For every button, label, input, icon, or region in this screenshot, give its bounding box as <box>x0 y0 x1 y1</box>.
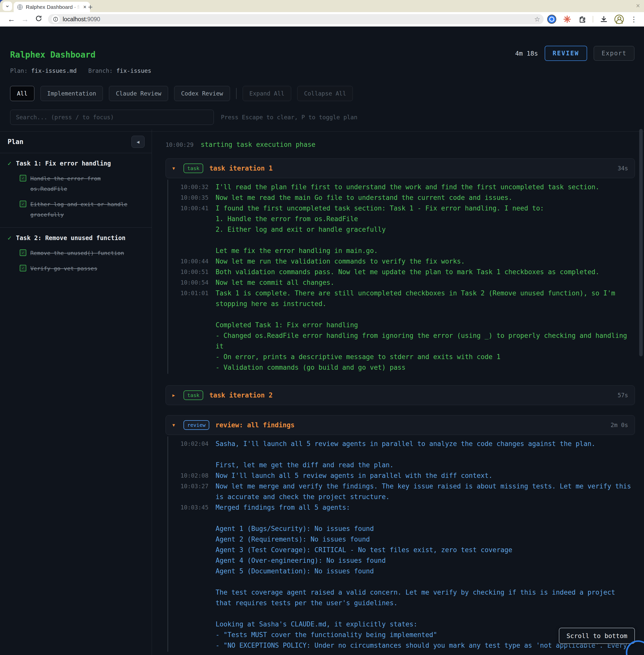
back-button[interactable]: ← <box>4 15 18 23</box>
section-title: task iteration 2 <box>209 392 612 399</box>
plan-sidebar: Plan ◀ ✓Task 1: Fix error handling✓Handl… <box>0 130 152 655</box>
log-timestamp: 10:03:27 <box>181 481 209 502</box>
section-header[interactable]: ▼reviewreview: all findings2m 0s <box>165 415 635 435</box>
bookmark-star-icon[interactable]: ☆ <box>534 16 540 23</box>
password-manager-extension-icon[interactable] <box>547 15 556 24</box>
extensions-puzzle-icon[interactable] <box>578 15 586 23</box>
task-checkbox-item: ✓Remove the unused() function <box>20 248 144 258</box>
filter-bar: All Implementation Claude Review Codex R… <box>10 86 634 101</box>
browser-window: ⌄ Ralphex Dashboard - fi × + × ← → <box>0 0 644 655</box>
site-info-icon[interactable] <box>51 15 60 23</box>
plan-task: ✓Task 2: Remove unused function✓Remove t… <box>0 228 152 281</box>
log-timestamp: 10:02:08 <box>181 470 209 481</box>
task-complete-check-icon: ✓ <box>7 234 12 242</box>
export-button[interactable]: Export <box>594 46 635 61</box>
collapse-all-button[interactable]: Collapse All <box>297 86 353 101</box>
log-section: ▶tasktask iteration 257s <box>165 385 635 405</box>
checked-checkbox-icon: ✓ <box>20 265 26 272</box>
elapsed-time: 4m 18s <box>515 50 538 57</box>
search-row: Press Escape to clear, P to toggle plan <box>10 110 634 125</box>
log-text: Now let me run the validation commands t… <box>215 256 635 266</box>
section-body: 10:00:32I'll read the plan file first to… <box>167 180 635 374</box>
section-duration: 2m 0s <box>611 422 628 428</box>
log-timestamp: 10:00:41 <box>181 203 209 256</box>
log-timestamp: 10:03:45 <box>181 502 209 651</box>
filter-all-button[interactable]: All <box>10 86 34 101</box>
browser-menu-icon[interactable]: ⋮ <box>630 15 638 23</box>
reload-button[interactable] <box>32 15 46 24</box>
log-start-line: 10:00:29 starting task execution phase <box>165 141 635 148</box>
log-timestamp: 10:02:04 <box>181 439 209 470</box>
plan-value: fix-issues.md <box>31 68 76 74</box>
log-text: Now let me commit all changes. <box>215 277 635 288</box>
url-text: localhost:9090 <box>63 16 100 23</box>
globe-favicon-icon <box>17 4 23 10</box>
profile-avatar-icon[interactable] <box>615 15 624 24</box>
new-tab-button[interactable]: + <box>88 2 93 12</box>
browser-toolbar: ← → localhost:9090 ☆ <box>0 12 644 26</box>
log-section: ▼tasktask iteration 134s10:00:32I'll rea… <box>165 159 635 374</box>
section-type-badge: review <box>184 420 209 430</box>
log-entry: 10:02:04Sasha, I'll launch all 5 review … <box>181 439 635 470</box>
log-timestamp: 10:00:29 <box>165 141 194 148</box>
checked-checkbox-icon: ✓ <box>20 201 26 207</box>
task-title-row: ✓Task 2: Remove unused function <box>7 234 144 242</box>
log-text: I'll read the plan file first to underst… <box>215 182 635 192</box>
chevron-down-icon: ⌄ <box>5 1 10 8</box>
address-bar[interactable]: localhost:9090 ☆ <box>48 14 544 24</box>
browser-tab[interactable]: Ralphex Dashboard - fi × <box>14 2 90 12</box>
tab-search-button[interactable]: ⌄ <box>2 1 12 11</box>
task-checkbox-item: ✓Verify go vet passes <box>20 263 144 274</box>
section-header[interactable]: ▶tasktask iteration 257s <box>165 385 635 405</box>
filter-claude-review-button[interactable]: Claude Review <box>109 86 168 101</box>
log-text: Both validation commands pass. Now let m… <box>215 266 635 277</box>
window-close-icon[interactable]: × <box>636 2 640 10</box>
ralphex-dashboard-page: Ralphex Dashboard Plan: fix-issues.md Br… <box>0 26 644 655</box>
log-text: Task 1 is complete. There are still unco… <box>215 288 635 373</box>
filter-codex-review-button[interactable]: Codex Review <box>174 86 230 101</box>
checkbox-label: Either log and exit or handle gracefully <box>30 199 130 220</box>
scroll-to-bottom-button[interactable]: Scroll to bottom <box>559 628 635 644</box>
chevron-expanded-icon: ▼ <box>172 166 178 171</box>
log-text: Sasha, I'll launch all 5 review agents i… <box>215 439 635 470</box>
section-type-badge: task <box>184 391 203 400</box>
log-timestamp: 10:01:01 <box>181 288 209 373</box>
log-timestamp: 10:00:32 <box>181 182 209 192</box>
log-section: ▼reviewreview: all findings2m 0s10:02:04… <box>165 415 635 652</box>
tab-close-icon[interactable]: × <box>83 4 87 10</box>
search-input[interactable] <box>10 110 214 125</box>
scrollbar-thumb[interactable] <box>639 129 643 356</box>
log-entry: 10:00:54Now let me commit all changes. <box>181 277 635 288</box>
log-entry: 10:00:41I found the first uncompleted ta… <box>181 203 635 256</box>
section-duration: 57s <box>618 392 628 398</box>
tab-title: Ralphex Dashboard - fi <box>26 4 80 10</box>
filter-divider <box>236 88 236 99</box>
branch-label: Branch: <box>88 68 113 74</box>
sidebar-collapse-button[interactable]: ◀ <box>132 136 144 148</box>
section-title: task iteration 1 <box>209 164 612 172</box>
log-text: Now let me read the main Go file to unde… <box>215 192 635 203</box>
forward-button[interactable]: → <box>18 15 32 23</box>
toolbar-divider <box>593 16 593 23</box>
starburst-extension-icon[interactable] <box>563 15 572 23</box>
dashboard-header: Ralphex Dashboard Plan: fix-issues.md Br… <box>0 26 644 78</box>
tab-strip: ⌄ Ralphex Dashboard - fi × + × <box>0 0 644 12</box>
filter-implementation-button[interactable]: Implementation <box>41 86 103 101</box>
log-entry: 10:00:51Both validation commands pass. N… <box>181 266 635 277</box>
task-checkbox-list: ✓Handle the error from os.ReadFile✓Eithe… <box>20 173 144 220</box>
log-entry: 10:00:44Now let me run the validation co… <box>181 256 635 266</box>
review-status-button[interactable]: REVIEW <box>545 46 588 61</box>
log-timestamp: 10:00:54 <box>181 277 209 288</box>
chevron-collapsed-icon: ▶ <box>172 393 178 398</box>
section-header[interactable]: ▼tasktask iteration 134s <box>165 159 635 178</box>
log-panel: 10:00:29 starting task execution phase ▼… <box>152 130 644 655</box>
log-entry: 10:00:35Now let me read the main Go file… <box>181 192 635 203</box>
branch-value: fix-issues <box>116 68 151 74</box>
log-text: starting task execution phase <box>201 141 316 148</box>
log-text: Now let me merge and verify the findings… <box>215 481 635 502</box>
expand-all-button[interactable]: Expand All <box>243 86 291 101</box>
task-checkbox-item: ✓Handle the error from os.ReadFile <box>20 173 144 194</box>
plan-branch-line: Plan: fix-issues.md Branch: fix-issues <box>10 68 152 74</box>
checkbox-label: Handle the error from os.ReadFile <box>30 173 130 194</box>
downloads-icon[interactable] <box>600 15 608 23</box>
